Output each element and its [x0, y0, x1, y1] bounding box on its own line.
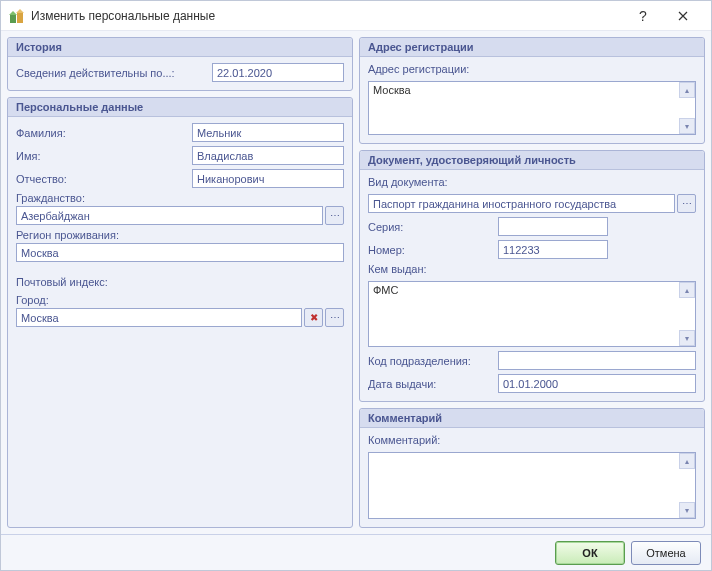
doc-type-picker-button[interactable]: ⋯ — [677, 194, 696, 213]
city-picker-button[interactable]: ⋯ — [325, 308, 344, 327]
lastname-input[interactable] — [192, 123, 344, 142]
history-legend: История — [8, 38, 352, 57]
scroll-down-icon[interactable]: ▾ — [679, 502, 695, 518]
city-clear-button[interactable]: ✖ — [304, 308, 323, 327]
patronymic-input[interactable] — [192, 169, 344, 188]
firstname-label: Имя: — [16, 150, 186, 162]
doc-type-input[interactable] — [368, 194, 675, 213]
address-textarea[interactable]: Москва — [368, 81, 696, 135]
citizenship-label: Гражданство: — [16, 192, 344, 204]
scroll-up-icon[interactable]: ▴ — [679, 82, 695, 98]
address-legend: Адрес регистрации — [360, 38, 704, 57]
cancel-button[interactable]: Отмена — [631, 541, 701, 565]
clear-icon: ✖ — [310, 312, 318, 323]
dialog-window: Изменить персональные данные ? История С… — [0, 0, 712, 571]
button-bar: ОК Отмена — [1, 534, 711, 570]
svg-marker-1 — [9, 11, 17, 15]
svg-marker-3 — [16, 9, 24, 13]
issue-date-input[interactable] — [498, 374, 696, 393]
close-button[interactable] — [663, 1, 703, 31]
comment-fieldset: Комментарий Комментарий: ▴ ▾ — [359, 408, 705, 528]
number-input[interactable] — [498, 240, 608, 259]
ok-button[interactable]: ОК — [555, 541, 625, 565]
issued-by-label: Кем выдан: — [368, 263, 696, 275]
ellipsis-icon: ⋯ — [330, 312, 340, 323]
postal-label: Почтовый индекс: — [16, 276, 344, 288]
firstname-input[interactable] — [192, 146, 344, 165]
valid-till-input[interactable] — [212, 63, 344, 82]
svg-rect-2 — [17, 13, 23, 23]
scroll-down-icon[interactable]: ▾ — [679, 118, 695, 134]
address-label: Адрес регистрации: — [368, 63, 696, 75]
help-button[interactable]: ? — [623, 1, 663, 31]
dept-code-input[interactable] — [498, 351, 696, 370]
personal-fieldset: Персональные данные Фамилия: Имя: Отчест… — [7, 97, 353, 528]
lastname-label: Фамилия: — [16, 127, 186, 139]
content-area: История Сведения действительны по...: Пе… — [1, 31, 711, 534]
comment-legend: Комментарий — [360, 409, 704, 428]
citizenship-input[interactable] — [16, 206, 323, 225]
comment-textarea[interactable] — [368, 452, 696, 519]
issued-by-textarea[interactable]: ФМС — [368, 281, 696, 347]
region-label: Регион проживания: — [16, 229, 344, 241]
comment-label: Комментарий: — [368, 434, 696, 446]
address-fieldset: Адрес регистрации Адрес регистрации: Мос… — [359, 37, 705, 144]
valid-till-label: Сведения действительны по...: — [16, 67, 206, 79]
scroll-down-icon[interactable]: ▾ — [679, 330, 695, 346]
series-label: Серия: — [368, 221, 492, 233]
city-label: Город: — [16, 294, 344, 306]
right-column: Адрес регистрации Адрес регистрации: Мос… — [359, 37, 705, 528]
doc-type-label: Вид документа: — [368, 176, 696, 188]
ellipsis-icon: ⋯ — [330, 210, 340, 221]
scroll-up-icon[interactable]: ▴ — [679, 453, 695, 469]
titlebar: Изменить персональные данные ? — [1, 1, 711, 31]
left-column: История Сведения действительны по...: Пе… — [7, 37, 353, 528]
city-input[interactable] — [16, 308, 302, 327]
app-icon — [9, 8, 25, 24]
citizenship-picker-button[interactable]: ⋯ — [325, 206, 344, 225]
dept-code-label: Код подразделения: — [368, 355, 492, 367]
window-title: Изменить персональные данные — [31, 9, 623, 23]
scroll-up-icon[interactable]: ▴ — [679, 282, 695, 298]
ellipsis-icon: ⋯ — [682, 198, 692, 209]
document-legend: Документ, удостоверяющий личность — [360, 151, 704, 170]
document-fieldset: Документ, удостоверяющий личность Вид до… — [359, 150, 705, 402]
series-input[interactable] — [498, 217, 608, 236]
svg-rect-0 — [10, 15, 16, 23]
patronymic-label: Отчество: — [16, 173, 186, 185]
region-input[interactable] — [16, 243, 344, 262]
personal-legend: Персональные данные — [8, 98, 352, 117]
issue-date-label: Дата выдачи: — [368, 378, 492, 390]
history-fieldset: История Сведения действительны по...: — [7, 37, 353, 91]
number-label: Номер: — [368, 244, 492, 256]
